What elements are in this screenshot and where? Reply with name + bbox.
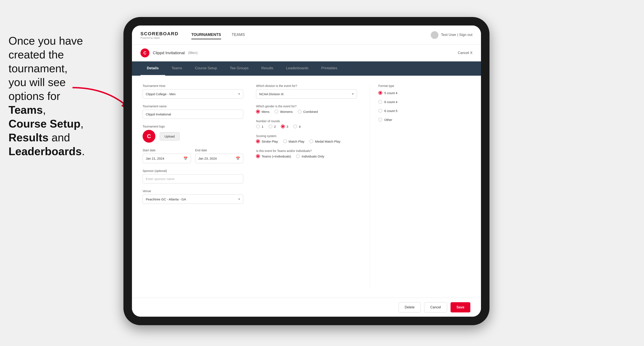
format-6count5-option[interactable]: 6 count 5 (378, 107, 470, 114)
sponsor-label: Sponsor (optional) (142, 169, 243, 173)
tab-printables[interactable]: Printables (315, 61, 344, 76)
nav-link-tournaments[interactable]: TOURNAMENTS (191, 31, 221, 39)
date-row: Start date Jan 21, 2024 📅 End date Jan 2… (142, 149, 243, 163)
rounds-1-label: 1 (262, 125, 263, 128)
tab-results[interactable]: Results (255, 61, 280, 76)
rounds-radio-group: 1 2 3 4 (256, 125, 357, 128)
scoring-medal-label: Medal Match Play (315, 140, 340, 143)
format-5count4-option[interactable]: 5 count 4 (378, 89, 470, 97)
footer-bar: Delete Cancel Save (132, 298, 481, 317)
rounds-1-radio[interactable] (256, 125, 260, 128)
venue-value: Peachtree GC - Atlanta - GA (146, 197, 186, 201)
format-other-radio[interactable] (378, 118, 382, 122)
rounds-4-option[interactable]: 4 (293, 125, 300, 128)
rounds-4-radio[interactable] (293, 125, 297, 128)
sponsor-field-group: Sponsor (optional) Enter sponsor name (142, 169, 243, 183)
tab-teams[interactable]: Teams (165, 61, 188, 76)
scoring-stroke-radio[interactable] (256, 139, 260, 143)
upload-button[interactable]: Upload (160, 132, 180, 141)
scoring-field-group: Scoring system Stroke Play Match Play (256, 134, 357, 143)
breadcrumb-tournament-name: Clippd Invitational (153, 51, 185, 55)
sponsor-input[interactable]: Enter sponsor name (142, 174, 243, 183)
format-other-option[interactable]: Other (378, 116, 470, 123)
tablet-screen: SCOREBOARD Powered by clippd TOURNAMENTS… (132, 25, 481, 317)
app-logo-sub: Powered by clippd (140, 36, 178, 39)
tab-leaderboards[interactable]: Leaderboards (280, 61, 315, 76)
format-6count5-label: 6 count 5 (384, 109, 398, 113)
division-select[interactable]: NCAA Division III (256, 89, 357, 99)
logo-preview: C (142, 130, 155, 143)
teams-plus-individuals-radio[interactable] (256, 154, 260, 158)
rounds-4-label: 4 (299, 125, 300, 128)
breadcrumb-logo: C (140, 48, 150, 57)
teams-plus-individuals-option[interactable]: Teams (+Individuals) (256, 154, 291, 158)
scoring-stroke-label: Stroke Play (262, 140, 278, 143)
rounds-3-radio[interactable] (281, 125, 285, 128)
rounds-1-option[interactable]: 1 (256, 125, 263, 128)
rounds-2-radio[interactable] (268, 125, 272, 128)
format-6count4-label: 6 count 4 (384, 100, 398, 104)
gender-label: Which gender is the event for? (256, 105, 357, 108)
cancel-x-button[interactable]: Cancel X (458, 51, 472, 55)
nav-user-text[interactable]: Test User | Sign out (441, 33, 472, 37)
start-date-value: Jan 21, 2024 (146, 157, 164, 160)
format-6count4-option[interactable]: 6 count 4 (378, 98, 470, 105)
scoring-medal-radio[interactable] (310, 139, 313, 143)
start-date-label: Start date (142, 149, 191, 152)
name-field-group: Tournament name Clippd Invitational (142, 105, 243, 119)
individuals-only-option[interactable]: Individuals Only (296, 154, 324, 158)
save-button[interactable]: Save (450, 302, 470, 312)
cancel-button[interactable]: Cancel (424, 302, 447, 312)
nav-links: TOURNAMENTS TEAMS (191, 31, 245, 39)
host-select[interactable]: Clippd College - Men (142, 89, 243, 99)
teams-field-group: Is this event for Teams and/or Individua… (256, 149, 357, 158)
top-navigation: SCOREBOARD Powered by clippd TOURNAMENTS… (132, 25, 481, 45)
left-form-column: Tournament Host Clippd College - Men Tou… (142, 84, 243, 289)
name-input[interactable]: Clippd Invitational (142, 110, 243, 119)
venue-select[interactable]: Peachtree GC - Atlanta - GA (142, 194, 243, 204)
breadcrumb-gender-tag: (Men) (188, 51, 198, 55)
scoring-medal-option[interactable]: Medal Match Play (310, 139, 340, 143)
host-label: Tournament Host (142, 84, 243, 88)
gender-combined-option[interactable]: Combined (298, 110, 318, 114)
rounds-3-label: 3 (286, 125, 288, 128)
format-5count4-radio[interactable] (378, 91, 382, 95)
individuals-only-label: Individuals Only (302, 155, 324, 158)
rounds-3-option[interactable]: 3 (281, 125, 288, 128)
delete-button[interactable]: Delete (398, 302, 421, 312)
nav-link-teams[interactable]: TEAMS (232, 31, 245, 39)
gender-mens-label: Mens (262, 110, 270, 114)
end-date-group: End date Jan 23, 2024 📅 (195, 149, 244, 163)
division-value: NCAA Division III (259, 92, 284, 96)
teams-plus-individuals-label: Teams (+Individuals) (262, 155, 291, 158)
format-6count4-radio[interactable] (378, 100, 382, 104)
scoring-label: Scoring system (256, 134, 357, 138)
scoring-stroke-option[interactable]: Stroke Play (256, 139, 278, 143)
division-field-group: Which division is the event for? NCAA Di… (256, 84, 357, 99)
gender-mens-radio[interactable] (256, 110, 260, 114)
rounds-2-option[interactable]: 2 (268, 125, 276, 128)
start-date-group: Start date Jan 21, 2024 📅 (142, 149, 191, 163)
sponsor-placeholder: Enter sponsor name (146, 177, 174, 181)
rounds-field-group: Number of rounds 1 2 3 (256, 119, 357, 128)
end-calendar-icon: 📅 (236, 157, 240, 161)
gender-mens-option[interactable]: Mens (256, 110, 270, 114)
division-label: Which division is the event for? (256, 84, 357, 88)
rounds-2-label: 2 (274, 125, 276, 128)
scoring-match-radio[interactable] (283, 139, 287, 143)
gender-womens-option[interactable]: Womens (274, 110, 293, 114)
teams-label: Is this event for Teams and/or Individua… (256, 149, 357, 153)
scoring-match-option[interactable]: Match Play (283, 139, 304, 143)
tab-course-setup[interactable]: Course Setup (188, 61, 224, 76)
tab-tee-groups[interactable]: Tee Groups (224, 61, 255, 76)
right-form-column: Format type 5 count 4 6 count 4 6 count … (370, 84, 470, 289)
tablet-device: SCOREBOARD Powered by clippd TOURNAMENTS… (124, 17, 490, 325)
format-6count5-radio[interactable] (378, 109, 382, 113)
gender-combined-radio[interactable] (298, 110, 302, 114)
logo-area: SCOREBOARD Powered by clippd (140, 31, 178, 39)
tab-details[interactable]: Details (140, 61, 165, 76)
start-date-input[interactable]: Jan 21, 2024 📅 (142, 154, 191, 163)
end-date-input[interactable]: Jan 23, 2024 📅 (195, 154, 244, 163)
gender-womens-radio[interactable] (274, 110, 278, 114)
individuals-only-radio[interactable] (296, 154, 300, 158)
